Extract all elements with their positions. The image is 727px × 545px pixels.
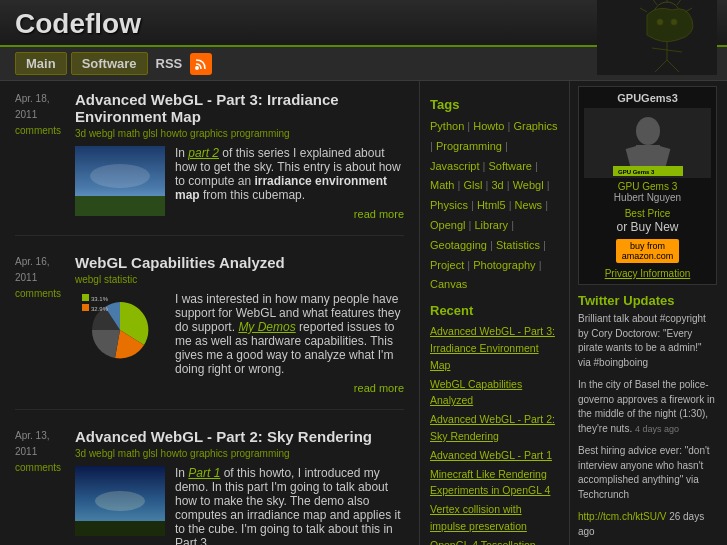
- recent-section-title: Recent: [430, 303, 559, 318]
- post-3-tags: 3d webgl math glsl howto graphics progra…: [75, 448, 404, 459]
- post-1-date: Apr. 18, 2011: [15, 91, 70, 123]
- post-1-read-more-link[interactable]: read more: [354, 208, 404, 220]
- post-1-meta: Apr. 18, 2011 comments: [15, 91, 75, 221]
- post-2: Apr. 16, 2011 comments WebGL Capabilitie…: [15, 254, 404, 410]
- tag-programming[interactable]: Programming: [436, 140, 502, 152]
- nav-main-button[interactable]: Main: [15, 52, 67, 75]
- post-2-mydemos-link[interactable]: My Demos: [238, 320, 295, 334]
- svg-rect-23: [75, 521, 165, 536]
- post-3-body: In Part 1 of this howto, I introduced my…: [75, 466, 404, 545]
- svg-point-6: [657, 19, 663, 25]
- tag-3d[interactable]: 3d: [491, 179, 503, 191]
- tag-opengl[interactable]: Opengl: [430, 219, 465, 231]
- tweet-4: http://tcm.ch/ktSU/V 26 days ago: [578, 510, 717, 539]
- svg-rect-18: [82, 294, 89, 301]
- post-2-text: I was interested in how many people have…: [175, 292, 404, 395]
- recent-item-1[interactable]: Advanced WebGL - Part 3: Irradiance Envi…: [430, 323, 559, 373]
- best-price-link[interactable]: Best Price: [625, 208, 671, 219]
- post-2-meta: Apr. 16, 2011 comments: [15, 254, 75, 395]
- header: Codeflow: [0, 0, 727, 47]
- post-1-part2-link[interactable]: part 2: [188, 146, 219, 160]
- post-3-text: In Part 1 of this howto, I introduced my…: [175, 466, 404, 545]
- post-3-title[interactable]: Advanced WebGL - Part 2: Sky Rendering: [75, 428, 404, 445]
- recent-item-5[interactable]: Minecraft Like Rendering Experiments in …: [430, 466, 559, 500]
- tag-graphics[interactable]: Graphics: [513, 120, 557, 132]
- nav-software-button[interactable]: Software: [71, 52, 148, 75]
- post-2-date: Apr. 16, 2011: [15, 254, 70, 286]
- tag-glsl[interactable]: Glsl: [463, 179, 482, 191]
- sidebar: Tags Python | Howto | Graphics | Program…: [420, 81, 570, 545]
- privacy-link[interactable]: Privacy Information: [584, 268, 711, 279]
- main-column: Apr. 18, 2011 comments Advanced WebGL - …: [0, 81, 420, 545]
- recent-item-6[interactable]: Vertex collision with impulse preservati…: [430, 501, 559, 535]
- post-3-body-text: In Part 1 of this howto, I introduced my…: [175, 466, 400, 545]
- post-2-tags: webgl statistic: [75, 274, 404, 285]
- tag-html5[interactable]: Html5: [477, 199, 506, 211]
- post-2-comments[interactable]: comments: [15, 286, 70, 302]
- tags-section-title: Tags: [430, 97, 559, 112]
- or-buy-new-label: or Buy New: [616, 220, 678, 234]
- tweet-4-link[interactable]: http://tcm.ch/ktSU/V: [578, 511, 666, 522]
- svg-point-24: [95, 491, 145, 511]
- tag-news[interactable]: News: [515, 199, 543, 211]
- tag-software[interactable]: Software: [489, 160, 532, 172]
- rss-icon[interactable]: [190, 53, 212, 75]
- post-2-chart: 33.1% 32.9%: [75, 292, 165, 362]
- tag-library[interactable]: Library: [474, 219, 508, 231]
- recent-item-3[interactable]: Advanced WebGL - Part 2: Sky Rendering: [430, 411, 559, 445]
- tag-canvas[interactable]: Canvas: [430, 278, 467, 290]
- svg-text:GPU Gems 3: GPU Gems 3: [618, 169, 655, 175]
- post-1-body: In part 2 of this series I explained abo…: [75, 146, 404, 221]
- post-3-comments[interactable]: comments: [15, 460, 70, 476]
- tag-python[interactable]: Python: [430, 120, 464, 132]
- tag-geotagging[interactable]: Geotagging: [430, 239, 487, 251]
- post-1-tags: 3d webgl math glsl howto graphics progra…: [75, 128, 404, 139]
- tag-statistics[interactable]: Statistics: [496, 239, 540, 251]
- gpu-book-author: Hubert Nguyen: [584, 192, 711, 203]
- recent-item-7[interactable]: OpenGL 4 Tessellation: [430, 537, 559, 545]
- content-wrapper: Apr. 18, 2011 comments Advanced WebGL - …: [0, 81, 727, 545]
- tag-photography[interactable]: Photography: [473, 259, 535, 271]
- svg-point-14: [195, 66, 199, 70]
- svg-rect-16: [75, 196, 165, 216]
- post-3-part1-link[interactable]: Part 1: [188, 466, 220, 480]
- gpu-gems-image: GPU Gems 3: [584, 108, 711, 178]
- tag-math[interactable]: Math: [430, 179, 454, 191]
- tag-javascript[interactable]: Javascript: [430, 160, 480, 172]
- gpu-gems-title: GPUGems3: [584, 92, 711, 104]
- twitter-title: Twitter Updates: [578, 293, 717, 308]
- tweet-2: In the city of Basel the police-governo …: [578, 378, 717, 436]
- post-3-date: Apr. 13, 2011: [15, 428, 70, 460]
- right-sidebar: GPUGems3 GPU Gems 3 GPU Gems 3 Hubert Ng…: [570, 81, 725, 545]
- header-graphic: [597, 0, 717, 75]
- post-3-thumbnail: [75, 466, 165, 536]
- post-1-text: In part 2 of this series I explained abo…: [175, 146, 404, 221]
- post-2-title[interactable]: WebGL Capabilities Analyzed: [75, 254, 404, 271]
- tag-webgl[interactable]: Webgl: [513, 179, 544, 191]
- post-2-body: 33.1% 32.9% I was interested in how many…: [75, 292, 404, 395]
- post-1: Apr. 18, 2011 comments Advanced WebGL - …: [15, 91, 404, 236]
- post-1-body-text: In part 2 of this series I explained abo…: [175, 146, 401, 202]
- post-2-body-text: I was interested in how many people have…: [175, 292, 400, 376]
- tag-project[interactable]: Project: [430, 259, 464, 271]
- amazon-button[interactable]: buy fromamazon.com: [616, 239, 680, 263]
- post-2-read-more: read more: [175, 381, 404, 395]
- gpu-gems-box: GPUGems3 GPU Gems 3 GPU Gems 3 Hubert Ng…: [578, 86, 717, 285]
- svg-point-7: [671, 19, 677, 25]
- recent-item-2[interactable]: WebGL Capabilities Analyzed: [430, 376, 559, 410]
- site-logo[interactable]: Codeflow: [15, 8, 141, 40]
- rss-label: RSS: [156, 56, 183, 71]
- tag-howto[interactable]: Howto: [473, 120, 504, 132]
- post-1-comments[interactable]: comments: [15, 123, 70, 139]
- post-3-meta: Apr. 13, 2011 comments: [15, 428, 75, 545]
- svg-point-17: [90, 164, 150, 188]
- post-1-title[interactable]: Advanced WebGL - Part 3: Irradiance Envi…: [75, 91, 404, 125]
- tweet-1: Brilliant talk about #copyright by Cory …: [578, 312, 717, 370]
- post-1-thumbnail: [75, 146, 165, 216]
- post-2-read-more-link[interactable]: read more: [354, 382, 404, 394]
- recent-item-4[interactable]: Advanced WebGL - Part 1: [430, 447, 559, 464]
- tweet-3: Best hiring advice ever: "don't intervie…: [578, 444, 717, 502]
- gpu-links: Best Price or Buy New: [584, 206, 711, 234]
- post-3: Apr. 13, 2011 comments Advanced WebGL - …: [15, 428, 404, 545]
- tag-physics[interactable]: Physics: [430, 199, 468, 211]
